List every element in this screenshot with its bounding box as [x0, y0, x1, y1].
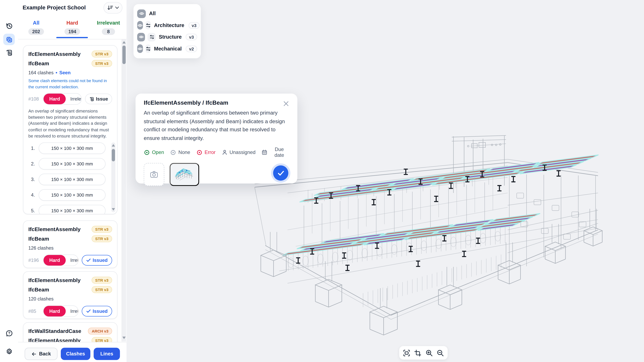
- tab-hard[interactable]: Hard 194: [54, 15, 90, 39]
- severity-toggle: Hard Irrelevant: [43, 255, 78, 266]
- layer-version-badge: v2: [186, 45, 197, 52]
- assignee-chip[interactable]: Unassigned: [222, 149, 256, 155]
- clash-detail-dialog: IfcElementAssembly / IfcBeam An overlap …: [136, 94, 297, 183]
- tab-all[interactable]: All 202: [18, 15, 54, 39]
- due-date-chip[interactable]: Due date: [262, 146, 289, 158]
- issued-button[interactable]: Issued: [82, 306, 112, 317]
- layer-row-architecture: Architecture v3: [137, 19, 197, 31]
- tab-irrelevant-count: 8: [102, 28, 115, 35]
- eye-icon: [137, 22, 143, 28]
- status-none-label: None: [178, 149, 190, 155]
- issue-button[interactable]: Issue: [85, 94, 112, 104]
- zoom-out-button[interactable]: [436, 349, 444, 357]
- clash-count: 126 clashes: [28, 245, 54, 250]
- history-button[interactable]: [3, 20, 15, 31]
- clash-card[interactable]: IfcElementAssembly STR v3 IfcBeam STR v3…: [23, 271, 118, 319]
- list-item: 5. 150 × 100 × 300 mm: [28, 205, 106, 214]
- clash-element-a: IfcWallStandardCase: [28, 328, 81, 334]
- issued-button[interactable]: Issued: [82, 255, 112, 266]
- layer-label: All: [149, 11, 156, 16]
- layer-version-badge: v3: [188, 22, 200, 28]
- clashes-nav-button[interactable]: [3, 33, 15, 45]
- swap-arrows-icon: [146, 46, 151, 51]
- model-badge: STR v3: [92, 60, 112, 67]
- tab-all-label: All: [33, 20, 40, 26]
- crop-button[interactable]: [414, 349, 422, 357]
- panel-footer: Back Clashes Lines: [18, 342, 126, 362]
- swap-version-mechanical-button[interactable]: [146, 44, 151, 53]
- clash-card[interactable]: IfcElementAssembly STR v3 IfcBeam STR v3…: [23, 45, 118, 214]
- scrollbar-thumb[interactable]: [112, 149, 115, 161]
- list-scrollbar[interactable]: [122, 39, 126, 342]
- help-button[interactable]: ?: [3, 327, 15, 339]
- layer-row-structure: Structure v3: [137, 31, 197, 43]
- model-badge: STR v3: [92, 50, 112, 57]
- status-open-chip[interactable]: Open: [144, 149, 164, 155]
- dimension-pill[interactable]: 150 × 100 × 300 mm: [39, 205, 106, 214]
- eye-icon: [138, 34, 144, 40]
- card-scrollbar[interactable]: [111, 142, 116, 212]
- lines-button[interactable]: Lines: [94, 348, 120, 360]
- scroll-icon: [5, 49, 13, 56]
- fit-view-button[interactable]: [402, 349, 410, 357]
- visibility-all-button[interactable]: [137, 9, 146, 18]
- hard-toggle-button[interactable]: Hard: [44, 306, 66, 317]
- hard-toggle-button[interactable]: Hard: [44, 255, 66, 266]
- scroll-up-arrow[interactable]: [112, 144, 115, 146]
- chevron-down-icon: [115, 6, 119, 9]
- visibility-structure-button[interactable]: [137, 33, 145, 41]
- confirm-button[interactable]: [273, 165, 288, 181]
- clashes-button[interactable]: Clashes: [61, 348, 90, 360]
- issue-scroll-icon: [89, 96, 94, 102]
- visibility-architecture-button[interactable]: [137, 21, 143, 30]
- dimension-pill[interactable]: 150 × 100 × 300 mm: [39, 142, 106, 154]
- layer-version-badge: v3: [186, 34, 197, 40]
- sort-button[interactable]: [104, 2, 122, 13]
- status-ring-icon: [144, 149, 150, 155]
- tab-irrelevant[interactable]: Irrelevant 8: [90, 15, 126, 39]
- list-item: 2. 150 × 100 × 300 mm: [28, 158, 106, 170]
- dialog-close-button[interactable]: [283, 99, 292, 108]
- clash-card[interactable]: IfcElementAssembly STR v3 IfcBeam STR v3…: [23, 220, 118, 268]
- severity-toggle: Hard Irrelevant: [43, 305, 78, 317]
- clash-id: #108: [28, 96, 40, 101]
- swap-version-structure-button[interactable]: [148, 33, 156, 41]
- clash-id: #196: [28, 258, 40, 263]
- swap-version-architecture-button[interactable]: [146, 21, 151, 30]
- irrelevant-toggle-button[interactable]: Irrelevant: [66, 255, 78, 266]
- layer-label: Mechanical: [154, 46, 182, 52]
- back-label: Back: [39, 351, 51, 357]
- dimension-pill[interactable]: 150 × 100 × 300 mm: [39, 189, 106, 201]
- clash-screenshot-thumbnail[interactable]: [170, 163, 199, 186]
- scroll-down-arrow[interactable]: [112, 208, 115, 211]
- report-button[interactable]: [3, 47, 15, 58]
- model-badge: STR v3: [92, 277, 112, 284]
- irrelevant-toggle-button[interactable]: Irrelevant: [66, 306, 78, 317]
- scroll-down-arrow[interactable]: [122, 337, 126, 339]
- check-icon: [86, 309, 90, 313]
- active-tab-indicator: [56, 37, 88, 38]
- list-item: 1. 150 × 100 × 300 mm: [28, 142, 106, 154]
- clash-element-b: IfcBeam: [28, 236, 49, 242]
- add-screenshot-button[interactable]: [144, 163, 164, 186]
- status-error-chip[interactable]: Error: [196, 149, 216, 155]
- help-icon: ?: [5, 329, 13, 337]
- fit-screen-icon: [403, 349, 410, 357]
- dim-number: 4.: [28, 193, 35, 197]
- status-none-chip[interactable]: None: [170, 149, 190, 155]
- close-icon: [283, 101, 289, 106]
- zoom-in-button[interactable]: [425, 349, 433, 357]
- irrelevant-toggle-button[interactable]: Irrelevant: [66, 94, 82, 104]
- model-badge: ARCH v3: [88, 328, 112, 335]
- status-open-label: Open: [152, 149, 164, 155]
- settings-button[interactable]: [3, 346, 15, 357]
- layer-label: Architecture: [154, 22, 184, 28]
- hard-toggle-button[interactable]: Hard: [44, 94, 66, 104]
- dimension-pill[interactable]: 150 × 100 × 300 mm: [39, 158, 106, 170]
- dim-number: 1.: [28, 146, 35, 151]
- scroll-up-arrow[interactable]: [122, 41, 126, 43]
- scrollbar-thumb[interactable]: [122, 45, 126, 64]
- dimension-pill[interactable]: 150 × 100 × 300 mm: [39, 174, 106, 185]
- back-button[interactable]: Back: [24, 348, 58, 360]
- visibility-mechanical-button[interactable]: [137, 44, 143, 53]
